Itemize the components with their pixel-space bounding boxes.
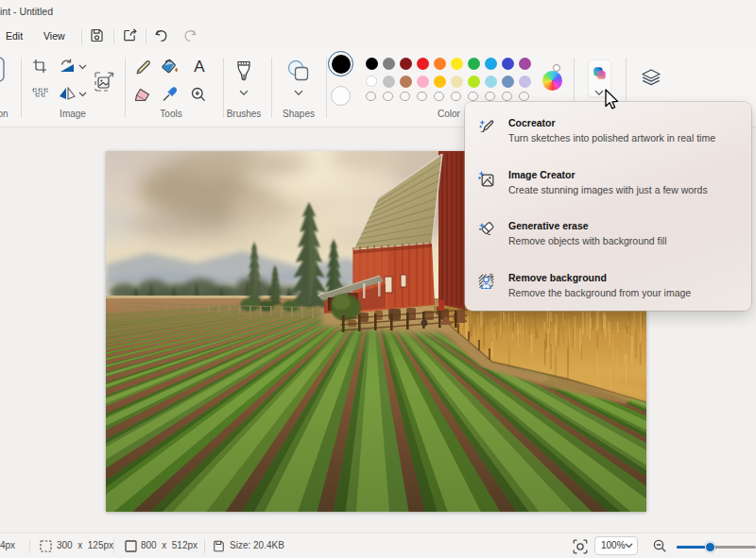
svg-text:A: A [194,58,205,76]
